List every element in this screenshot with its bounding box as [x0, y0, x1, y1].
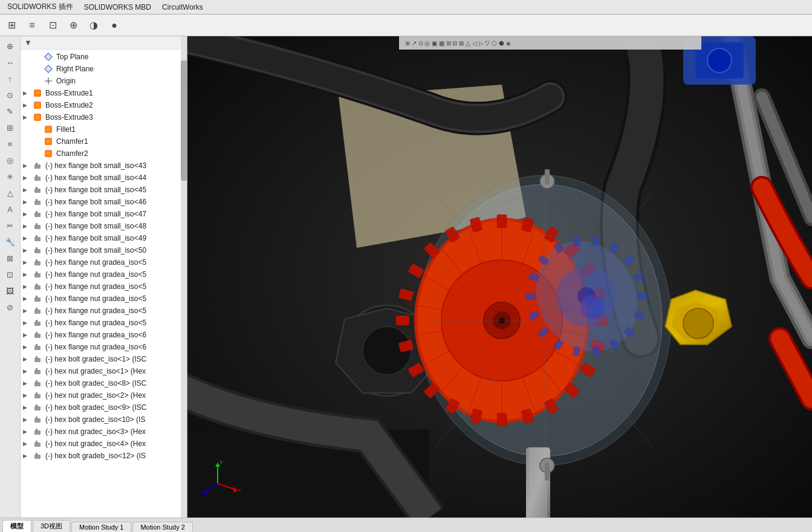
tree-item-bolt50[interactable]: ▶(-) hex flange bolt small_iso<50: [21, 244, 181, 256]
left-icon-edit[interactable]: ✎: [2, 104, 18, 118]
tab-motion2[interactable]: Motion Study 2: [132, 522, 192, 532]
tab-model[interactable]: 模型: [2, 520, 31, 532]
tree-item-hnut2[interactable]: ▶(-) hex nut gradec_iso<2> (Hex: [21, 389, 181, 401]
tree-expander[interactable]: ▶: [23, 198, 31, 206]
tree-item-bolt49[interactable]: ▶(-) hex flange bolt small_iso<49: [21, 232, 181, 244]
tree-item-nut4[interactable]: ▶(-) hex flange nut gradea_iso<5: [21, 293, 181, 305]
left-icon-lines[interactable]: ≡: [2, 137, 18, 151]
tree-item-bolt47[interactable]: ▶(-) hex flange bolt small_iso<47: [21, 208, 181, 220]
tree-expander[interactable]: ▶: [23, 161, 31, 170]
tree-expander[interactable]: ▶: [23, 210, 31, 218]
tree-expander[interactable]: ▶: [23, 186, 31, 194]
left-icon-add[interactable]: ⊕: [2, 39, 18, 53]
tree-icon-bolt: [33, 209, 44, 219]
menu-solidworks-plugins[interactable]: SOLIDWORKS 插件: [2, 1, 78, 13]
tree-expander[interactable]: ▶: [23, 343, 31, 351]
left-icon-wrench[interactable]: 🔧: [2, 235, 18, 249]
toolbar-btn-box[interactable]: ⊡: [44, 17, 62, 34]
tree-expander[interactable]: ▶: [23, 355, 31, 363]
tree-item-chamfer1[interactable]: Chamfer1: [21, 135, 181, 148]
left-icon-up[interactable]: ↑: [2, 71, 18, 86]
scrollbar-thumb[interactable]: [181, 60, 187, 181]
tree-item-fillet1[interactable]: Fillet1: [21, 123, 181, 135]
tree-item-hbolt1[interactable]: ▶(-) hex bolt gradec_iso<1> (ISC: [21, 353, 181, 365]
left-icon-arrows[interactable]: ↔: [2, 55, 18, 70]
left-icon-target[interactable]: ⊙: [2, 88, 18, 102]
toolbar-btn-plus[interactable]: ⊕: [64, 17, 82, 34]
menu-solidworks-mbd[interactable]: SOLIDWORKS MBD: [79, 2, 156, 13]
tree-item-nut8[interactable]: ▶(-) hex flange nut gradea_iso<6: [21, 341, 181, 353]
tree-expander[interactable]: ▶: [23, 246, 31, 255]
tree-item-right-plane[interactable]: Right Plane: [21, 63, 181, 75]
tab-motion1[interactable]: Motion Study 1: [71, 522, 131, 532]
left-icon-box3[interactable]: ⊡: [2, 267, 18, 282]
tree-expander[interactable]: ▶: [23, 270, 31, 279]
menu-circuitworks[interactable]: CircuitWorks: [157, 2, 208, 13]
tree-item-hnut1[interactable]: ▶(-) hex nut gradec_iso<1> (Hex: [21, 365, 181, 377]
tree-item-hnut4[interactable]: ▶(-) hex nut gradec_iso<4> (Hex: [21, 438, 181, 450]
left-icon-box2[interactable]: ⊠: [2, 251, 18, 265]
tree-expander[interactable]: ▶: [23, 391, 31, 400]
tree-expander[interactable]: ▶: [23, 258, 31, 267]
left-icon-a[interactable]: A: [2, 202, 18, 216]
tree-item-nut1[interactable]: ▶(-) hex flange nut gradea_iso<5: [21, 256, 181, 268]
tree-expander[interactable]: ▶: [23, 89, 31, 97]
tree-item-top-plane[interactable]: Top Plane: [21, 51, 181, 63]
tree-item-hnut3[interactable]: ▶(-) hex nut gradec_iso<3> (Hex: [21, 426, 181, 438]
left-icon-tri[interactable]: △: [2, 186, 18, 200]
tree-expander[interactable]: ▶: [23, 222, 31, 230]
tree-item-chamfer2[interactable]: Chamfer2: [21, 148, 181, 160]
tree-item-nut7[interactable]: ▶(-) hex flange nut gradea_iso<6: [21, 329, 181, 341]
left-icon-circle2[interactable]: ◎: [2, 153, 18, 167]
viewport[interactable]: ⊕ ↗ ⊙ ◎ ▣ ▦ ⊞ ⊟ ⊠ △ ◁ ▷ ▽ ⬡ ⬢ ◈ Y X Z: [187, 36, 812, 517]
tree-expander[interactable]: ▶: [23, 234, 31, 242]
tree-expander[interactable]: ▶: [23, 282, 31, 291]
left-icon-star[interactable]: ✳: [2, 169, 18, 184]
toolbar-btn-dot[interactable]: ●: [105, 17, 123, 34]
tab-3d[interactable]: 3D视图: [33, 520, 70, 532]
tree-item-bolt46[interactable]: ▶(-) hex flange bolt small_iso<46: [21, 196, 181, 208]
svg-rect-48: [36, 332, 37, 335]
tree-item-nut2[interactable]: ▶(-) hex flange nut gradea_iso<5: [21, 268, 181, 281]
tree-item-bolt45[interactable]: ▶(-) hex flange bolt small_iso<45: [21, 184, 181, 196]
tree-expander[interactable]: ▶: [23, 331, 31, 339]
tree-icon-plane: [44, 52, 54, 62]
tree-expander[interactable]: ▶: [23, 440, 31, 448]
tree-item-hbolt9[interactable]: ▶(-) hex bolt gradec_iso<9> (ISC: [21, 401, 181, 414]
svg-rect-67: [34, 455, 41, 459]
tree-item-hbolt12[interactable]: ▶(-) hex bolt gradeb_iso<12> (IS: [21, 450, 181, 462]
filter-icon[interactable]: ▼: [24, 38, 32, 47]
tree-expander[interactable]: ▶: [23, 101, 31, 109]
toolbar-btn-list[interactable]: ≡: [23, 17, 41, 34]
left-icon-link[interactable]: ⊘: [2, 300, 18, 314]
toolbar-btn-circle[interactable]: ◑: [85, 17, 103, 34]
tree-expander[interactable]: ▶: [23, 379, 31, 388]
tree-expander[interactable]: ▶: [23, 452, 31, 460]
tree-expander[interactable]: ▶: [23, 307, 31, 315]
tree-item-bolt48[interactable]: ▶(-) hex flange bolt small_iso<48: [21, 220, 181, 232]
tree-expander[interactable]: ▶: [23, 415, 31, 424]
tree-expander[interactable]: ▶: [23, 174, 31, 182]
tree-item-boss-extrude1[interactable]: ▶Boss-Extrude1: [21, 87, 181, 99]
tree-expander[interactable]: ▶: [23, 319, 31, 327]
tree-item-boss-extrude3[interactable]: ▶Boss-Extrude3: [21, 111, 181, 123]
tree-item-boss-extrude2[interactable]: ▶Boss-Extrude2: [21, 99, 181, 111]
tree-item-nut6[interactable]: ▶(-) hex flange nut gradea_iso<5: [21, 317, 181, 329]
tree-item-nut3[interactable]: ▶(-) hex flange nut gradea_iso<5: [21, 281, 181, 293]
tree-item-bolt44[interactable]: ▶(-) hex flange bolt small_iso<44: [21, 172, 181, 184]
tree-item-hbolt8[interactable]: ▶(-) hex bolt gradec_iso<8> (ISC: [21, 377, 181, 389]
left-icon-img[interactable]: 🖼: [2, 284, 18, 298]
tree-item-origin[interactable]: Origin: [21, 75, 181, 87]
tree-expander[interactable]: ▶: [23, 294, 31, 303]
tree-expander[interactable]: ▶: [23, 113, 31, 122]
tree-expander[interactable]: ▶: [23, 427, 31, 436]
tree-item-hbolt10[interactable]: ▶(-) hex bolt gradec_iso<10> (IS: [21, 414, 181, 426]
sidebar-scrollbar[interactable]: [181, 36, 187, 517]
toolbar-btn-grid[interactable]: ⊞: [2, 17, 21, 34]
tree-item-bolt43[interactable]: ▶(-) hex flange bolt small_iso<43: [21, 160, 181, 172]
left-icon-grid[interactable]: ⊞: [2, 120, 18, 135]
left-icon-scissors[interactable]: ✂: [2, 218, 18, 233]
tree-expander[interactable]: ▶: [23, 403, 31, 412]
tree-expander[interactable]: ▶: [23, 367, 31, 375]
tree-item-nut5[interactable]: ▶(-) hex flange nut gradea_iso<5: [21, 305, 181, 317]
